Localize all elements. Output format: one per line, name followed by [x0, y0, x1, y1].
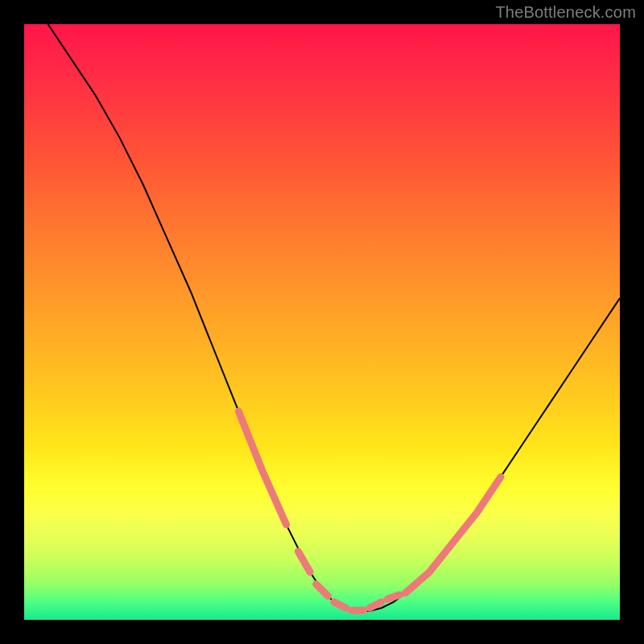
- highlight-segment: [316, 584, 328, 597]
- highlight-segment: [369, 602, 382, 608]
- highlight-markers: [238, 411, 501, 610]
- highlight-segment: [387, 595, 399, 599]
- curve-line: [48, 24, 620, 611]
- plot-area: [24, 24, 620, 620]
- bottleneck-curve-svg: [24, 24, 620, 620]
- highlight-segment: [453, 477, 501, 542]
- watermark-text: TheBottleneck.com: [495, 3, 636, 22]
- chart-frame: TheBottleneck.com: [0, 0, 644, 644]
- highlight-segment: [298, 551, 310, 572]
- highlight-segment: [334, 602, 346, 608]
- highlight-segment: [406, 543, 453, 593]
- highlight-segment: [238, 411, 286, 525]
